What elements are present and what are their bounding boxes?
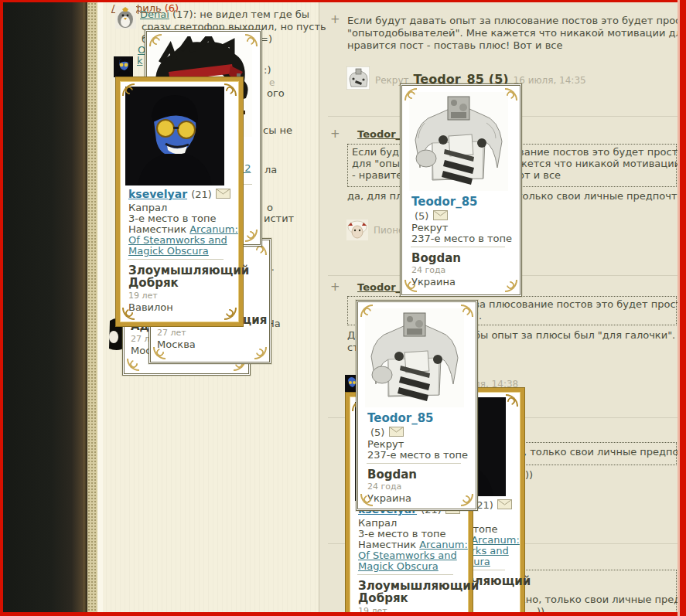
user-link-denai[interactable]: Denai — [140, 9, 169, 20]
card-rank: Рекрут — [367, 438, 404, 450]
texture-strip — [87, 2, 97, 613]
post1-date: 16 июля, 14:35 — [514, 75, 586, 86]
post2-reply-right: только свои личные предпочтения. — [517, 190, 686, 202]
card-title: Добряк — [358, 591, 408, 605]
card-realname: Bogdan — [367, 468, 417, 482]
screenshot-border — [0, 0, 686, 2]
card-viceroy-line2[interactable]: Of Steamworks and — [358, 550, 457, 561]
avatar-sheep-mini[interactable] — [346, 220, 368, 243]
envelope-icon[interactable] — [497, 498, 512, 512]
forum-page: /профиль (6) Denai (17): не видел тем гд… — [0, 0, 686, 616]
arcanum-link[interactable]: Arcanum: — [419, 539, 468, 550]
arcanum-link[interactable]: Arcanum: — [189, 223, 238, 235]
chat-fragment: истит — [264, 213, 294, 224]
admin-age: 27 лет — [157, 328, 186, 338]
card-divider — [357, 574, 453, 575]
chat-fragment: ла — [265, 164, 277, 175]
chat-avatar-penguin[interactable] — [115, 6, 136, 32]
avatar-teodor-mini[interactable] — [346, 66, 370, 93]
avatar-teodor-large — [409, 92, 508, 194]
quote-fragment: жно, только свои личные предпочте — [517, 594, 686, 605]
card-name-line: ksevelyar (21) — [128, 186, 230, 202]
card-viceroy-line3[interactable]: Magick Obscura — [128, 245, 209, 257]
chat-fragment: сы не — [263, 124, 292, 136]
card-age: 24 года — [367, 482, 401, 492]
profile-card-teodor: Teodor_85 (5) Рекрут 237-е место в топе … — [356, 300, 478, 511]
quote-fragment: о, только свои личные предпочтения. — [517, 446, 686, 458]
card-count-line: (5) — [415, 208, 448, 223]
post1-line3: нравится пост - поставь плюс! Вот и все — [347, 39, 562, 51]
card-title: Добряк — [128, 276, 179, 290]
card-country: Украина — [411, 276, 456, 288]
chat-fragment: о — [267, 202, 273, 213]
dark-sidebar — [3, 2, 84, 613]
card-realname: Bogdan — [411, 251, 461, 265]
post1-line1: Если будут давать опыт за плюсование пос… — [347, 15, 686, 26]
card-city: Вавилон — [128, 301, 173, 313]
chat-fragment: :) — [264, 64, 271, 76]
card-rank: Капрал — [358, 517, 397, 529]
profile-card-teodor: Teodor_85 (5) Рекрут 237-е место в топе … — [400, 83, 522, 297]
card-rank: Рекрут — [411, 222, 448, 233]
card-divider — [367, 463, 461, 464]
card-viceroy-line3[interactable]: Magick Obscura — [358, 560, 439, 572]
post-expand-toggle[interactable]: + — [330, 128, 340, 140]
card-top-rank: 237-е место в топе — [367, 449, 468, 461]
post-expand-toggle[interactable]: + — [330, 281, 340, 293]
card-viceroy: Наместник Arcanum: — [358, 539, 468, 550]
card-top-rank: 3-е место в топе — [128, 213, 217, 224]
quote-fragment: Если буд — [352, 146, 399, 158]
profile-card-ksevelyar: ksevelyar (21) Капрал 3-е место в топе Н… — [116, 77, 243, 326]
card-age: 24 года — [411, 265, 445, 275]
screenshot-border — [677, 0, 686, 616]
card-divider — [128, 259, 224, 260]
quote-fragment: - нравите — [352, 169, 402, 181]
post3-reply-right: бы опыт за плюсы был "для галочки". Уров… — [474, 329, 686, 341]
card-age: 19 лет — [128, 291, 158, 301]
card-top-rank: 237-е место в топе — [411, 233, 512, 244]
avatar-teodor-large — [365, 308, 464, 410]
chat-link-fragment-k[interactable]: k — [137, 55, 143, 66]
teodor-name-link[interactable]: Teodor_85 — [367, 411, 434, 425]
card-viceroy: Наместник Arcanum: — [128, 223, 238, 235]
card-country: Украина — [367, 492, 411, 504]
chat-highlight — [97, 2, 103, 613]
screenshot-border — [0, 0, 3, 616]
quote-fragment: за плюсование постов это будет просто во… — [474, 298, 686, 310]
quote-fragment: жется что никакой мотивации для пл — [518, 158, 686, 169]
card-viceroy-line2[interactable]: Of Steamworks and — [128, 234, 227, 246]
quote-fragment: для "опы — [352, 158, 400, 169]
chat-fragment: ого — [267, 87, 285, 99]
card-count-line: (5) — [370, 424, 404, 440]
card-name-line: Teodor_85 — [411, 194, 478, 209]
avatar-ksevelyar-large — [125, 87, 224, 189]
card-rank: Капрал — [128, 202, 167, 213]
screenshot-border — [0, 612, 686, 616]
card-divider — [411, 247, 505, 247]
card-top-rank: 3-е место в топе — [358, 528, 446, 539]
post1-line2: "опытодобывателей". Мне кажется что ника… — [347, 27, 686, 39]
envelope-icon[interactable] — [216, 187, 230, 202]
chat-message-denai: Denai (17): не видел тем где бы — [140, 9, 309, 20]
post-expand-toggle[interactable]: + — [330, 14, 340, 26]
ksevelyar-name-link[interactable]: ksevelyar — [128, 188, 187, 200]
card-name-line: Teodor_85 — [367, 410, 434, 425]
arcanum-link[interactable]: Arcanum: — [471, 534, 520, 546]
teodor-name-link[interactable]: Teodor_85 — [411, 195, 478, 209]
quote-fragment: вание постов это будет просто возмо — [518, 146, 686, 158]
admin-city: Москва — [157, 339, 196, 350]
quote-fragment: от и все — [518, 169, 561, 181]
